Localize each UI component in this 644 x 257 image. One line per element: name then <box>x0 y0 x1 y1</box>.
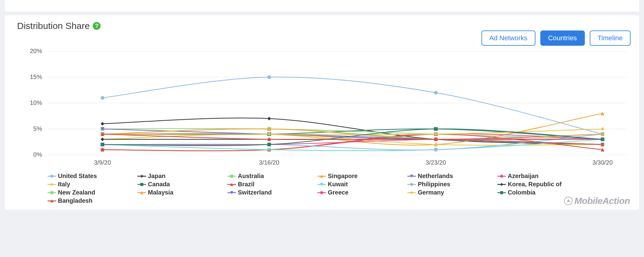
svg-point-14 <box>101 96 104 100</box>
svg-text:10%: 10% <box>30 99 42 106</box>
legend-item[interactable]: Kuwait <box>317 181 404 188</box>
legend-label: United States <box>58 173 97 180</box>
svg-point-31 <box>50 175 53 178</box>
legend-item[interactable]: Bangladesh <box>48 197 134 204</box>
legend-item[interactable]: United States <box>48 173 134 180</box>
legend-item[interactable]: Singapore <box>317 173 404 180</box>
line-chart: 0%5%10%15%20%3/9/203/16/203/23/203/30/20 <box>17 48 639 170</box>
legend-label: Germany <box>418 189 444 196</box>
legend-label: Kuwait <box>328 181 348 188</box>
legend-item[interactable]: Malaysia <box>138 189 224 196</box>
help-icon[interactable]: ? <box>93 22 101 30</box>
top-blank-bar <box>5 0 639 12</box>
legend-label: New Zealand <box>58 189 95 196</box>
legend-item[interactable]: Netherlands <box>407 173 494 180</box>
legend-item[interactable]: New Zealand <box>48 189 134 196</box>
legend-label: Brazil <box>238 181 254 188</box>
legend-label: Canada <box>148 181 170 188</box>
legend-label: Colombia <box>508 189 535 196</box>
countries-button[interactable]: Countries <box>540 30 585 46</box>
chart-area: 0%5%10%15%20%3/9/203/16/203/23/203/30/20… <box>17 48 631 204</box>
legend-label: Japan <box>148 173 166 180</box>
legend-label: Switzerland <box>238 189 272 196</box>
legend-label: Philippines <box>418 181 450 188</box>
legend-label: Bangladesh <box>58 197 92 204</box>
brand-watermark: MobileAction <box>564 196 630 206</box>
legend-item[interactable]: Philippines <box>407 181 494 188</box>
svg-text:3/23/20: 3/23/20 <box>426 159 446 166</box>
distribution-share-panel: Distribution Share ? Ad Networks Countri… <box>5 15 639 210</box>
view-toggle-group: Ad Networks Countries Timeline <box>481 30 631 46</box>
svg-point-37 <box>500 175 503 178</box>
legend-label: Azerbaijan <box>508 173 538 180</box>
legend-item[interactable]: Canada <box>138 181 224 188</box>
svg-text:3/16/20: 3/16/20 <box>259 159 279 166</box>
svg-text:5%: 5% <box>33 125 42 132</box>
ad-networks-button[interactable]: Ad Networks <box>481 30 535 46</box>
legend-item[interactable]: Greece <box>317 189 404 196</box>
panel-header: Distribution Share ? Ad Networks Countri… <box>17 21 631 46</box>
legend-label: Australia <box>238 173 264 180</box>
chart-legend: United StatesJapanAustraliaSingaporeNeth… <box>17 170 596 204</box>
legend-label: Italy <box>58 181 70 188</box>
legend-label: Netherlands <box>418 173 453 180</box>
panel-title: Distribution Share <box>17 21 90 31</box>
legend-item[interactable]: Switzerland <box>227 189 314 196</box>
legend-item[interactable]: Azerbaijan <box>497 173 584 180</box>
legend-label: Singapore <box>328 173 358 180</box>
svg-point-24 <box>434 148 438 152</box>
legend-label: Korea, Republic of <box>508 181 562 188</box>
legend-label: Malaysia <box>148 189 173 196</box>
svg-text:3/30/20: 3/30/20 <box>592 159 613 166</box>
legend-item[interactable]: Germany <box>407 189 494 196</box>
legend-item[interactable]: Italy <box>48 181 134 188</box>
legend-item[interactable]: Brazil <box>227 181 314 188</box>
legend-item[interactable]: Colombia <box>497 189 584 196</box>
brand-text: MobileAction <box>574 196 630 206</box>
legend-item[interactable]: Australia <box>227 173 314 180</box>
svg-text:3/9/20: 3/9/20 <box>94 159 111 166</box>
svg-text:20%: 20% <box>30 48 42 54</box>
svg-point-43 <box>410 183 413 186</box>
svg-text:0%: 0% <box>33 151 42 158</box>
svg-point-49 <box>320 191 323 194</box>
title-wrap: Distribution Share ? <box>17 21 101 31</box>
svg-point-15 <box>267 75 271 79</box>
timeline-button[interactable]: Timeline <box>590 30 631 46</box>
legend-label: Greece <box>328 189 349 196</box>
legend-item[interactable]: Japan <box>138 173 224 180</box>
legend-item[interactable]: Korea, Republic of <box>497 181 584 188</box>
svg-point-16 <box>434 91 438 95</box>
rocket-icon <box>564 197 573 205</box>
svg-text:15%: 15% <box>30 73 42 80</box>
